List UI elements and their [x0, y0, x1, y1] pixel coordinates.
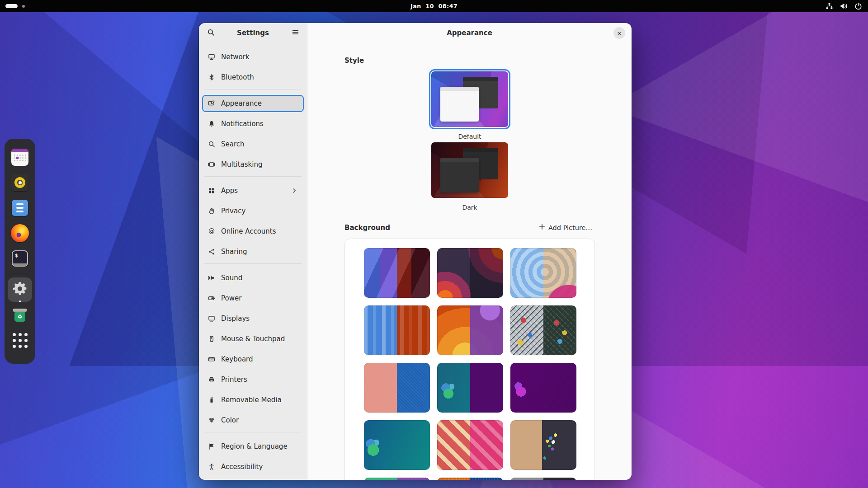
mouse-icon — [208, 335, 215, 343]
wallpaper-thumbnail-pixels-teal[interactable] — [364, 420, 430, 470]
network-wired-icon — [826, 2, 833, 10]
sidebar-item-label: Displays — [221, 314, 298, 323]
dock-item-app-grid[interactable] — [13, 328, 28, 353]
system-status-area[interactable] — [826, 0, 862, 12]
sidebar-item-sharing[interactable]: Sharing — [202, 243, 304, 260]
dock-item-calendar[interactable] — [11, 145, 28, 170]
accessibility-icon — [208, 463, 215, 470]
wallpaper-thumbnail-adwaita-light-dark[interactable] — [364, 248, 430, 298]
sidebar-item-label: Mouse & Touchpad — [221, 335, 298, 343]
sidebar-item-appearance[interactable]: Appearance — [202, 95, 304, 112]
sidebar-item-online-accounts[interactable]: @Online Accounts — [202, 223, 304, 240]
wallpaper-thumbnail-truchet-orange-blue[interactable] — [437, 478, 503, 480]
clock[interactable]: Jan 10 08:47 — [0, 3, 868, 9]
wallpaper-thumbnail-blend-light-dark[interactable] — [437, 305, 503, 355]
dock-item-settings[interactable] — [8, 277, 32, 302]
sidebar-item-power[interactable]: Power — [202, 290, 304, 307]
sidebar-separator — [204, 176, 302, 177]
sidebar-item-accessibility[interactable]: Accessibility — [202, 458, 304, 475]
search-button[interactable] — [204, 27, 217, 39]
wallpaper-thumbnail-map-cork-dark[interactable] — [510, 420, 576, 470]
wallpaper-thumbnail-flat-green-purple[interactable] — [364, 478, 430, 480]
background-section-header: Background Add Picture… — [344, 222, 595, 233]
wallpaper-thumbnail-keypad-pink[interactable] — [437, 420, 503, 470]
style-tile-default-selected[interactable] — [429, 69, 510, 129]
settings-window: Settings NetworkBluetoothAppearanceNotif… — [199, 23, 632, 480]
appearance-panel: Appearance × Style DefaultDark Backgroun… — [307, 23, 632, 480]
wallpaper-thumbnail-fold-drips[interactable] — [364, 305, 430, 355]
sidebar-separator — [204, 263, 302, 264]
sidebar-item-label: Region & Language — [221, 442, 298, 450]
sidebar-item-label: Power — [221, 294, 298, 302]
search-icon — [207, 28, 215, 38]
sidebar-item-label: Privacy — [221, 207, 298, 215]
calendar-icon — [11, 149, 28, 166]
wallpaper-thumbnail-swirl-light-dark[interactable] — [510, 248, 576, 298]
appearance-icon — [208, 100, 215, 107]
close-button[interactable]: × — [613, 27, 625, 39]
printers-icon — [208, 376, 215, 383]
sidebar-item-notifications[interactable]: Notifications — [202, 115, 304, 132]
sidebar-item-multitasking[interactable]: Multitasking — [202, 156, 304, 173]
mini-window-front — [440, 158, 479, 192]
wallpaper-thumbnail-shapes-purple[interactable] — [510, 363, 576, 413]
sidebar-item-label: Search — [221, 140, 298, 148]
sidebar-item-region-language[interactable]: Region & Language — [202, 438, 304, 455]
menu-button[interactable] — [289, 27, 302, 39]
sidebar-item-displays[interactable]: Displays — [202, 310, 304, 327]
sidebar-item-label: Removable Media — [221, 396, 298, 404]
chevron-right-icon — [291, 187, 298, 194]
style-section-label: Style — [344, 56, 595, 65]
dock-separator — [11, 274, 29, 274]
dock-item-terminal[interactable]: $ — [12, 246, 28, 271]
sidebar-item-label: Multitasking — [221, 160, 298, 169]
sidebar-item-mouse-touchpad[interactable]: Mouse & Touchpad — [202, 330, 304, 347]
plus-icon — [539, 224, 545, 231]
sidebar-item-sound[interactable]: Sound — [202, 269, 304, 286]
sidebar-item-printers[interactable]: Printers — [202, 371, 304, 388]
wallpaper-thumbnail-pixels-light-dark[interactable] — [437, 363, 503, 413]
sharing-icon — [208, 248, 215, 255]
panel-content: Style DefaultDark Background Add Picture… — [307, 43, 632, 480]
sidebar-item-label: Network — [221, 53, 298, 61]
sound-icon — [208, 274, 215, 282]
dock: $♻ — [5, 139, 35, 364]
apps-icon — [208, 187, 215, 194]
sidebar-item-label: Apps — [221, 187, 285, 195]
wallpaper-thumbnail-keys-light-dark[interactable] — [510, 305, 576, 355]
dock-item-firefox[interactable] — [11, 221, 29, 246]
panel-title: Appearance — [447, 29, 492, 37]
wallpaper-thumbnail-drool-light-dark[interactable] — [437, 248, 503, 298]
network-icon — [208, 53, 215, 61]
removable-media-icon — [208, 396, 215, 404]
sidebar-item-label: Printers — [221, 375, 298, 384]
menu-icon — [292, 28, 299, 38]
sidebar-item-label: Bluetooth — [221, 73, 298, 81]
sidebar-item-privacy[interactable]: Privacy — [202, 202, 304, 220]
sidebar-item-apps[interactable]: Apps — [202, 182, 304, 199]
dock-item-speaker[interactable] — [11, 170, 28, 195]
volume-icon — [840, 2, 848, 10]
sidebar-item-color[interactable]: Color — [202, 412, 304, 429]
add-picture-button[interactable]: Add Picture… — [536, 222, 595, 233]
bluetooth-icon — [208, 74, 215, 81]
running-indicator-dot — [19, 300, 21, 302]
sidebar-item-network[interactable]: Network — [202, 48, 304, 66]
sidebar-list: NetworkBluetoothAppearanceNotificationsS… — [199, 43, 307, 480]
sidebar-item-search[interactable]: Search — [202, 136, 304, 153]
sidebar-item-bluetooth[interactable]: Bluetooth — [202, 69, 304, 86]
sidebar-item-label: Accessibility — [221, 463, 298, 471]
settings-sidebar: Settings NetworkBluetoothAppearanceNotif… — [199, 23, 307, 480]
app-grid-icon — [13, 333, 28, 348]
wallpaper-thumbnail-flat-gray-dark[interactable] — [510, 478, 576, 480]
color-icon — [208, 417, 215, 424]
sidebar-separator — [204, 89, 302, 89]
sidebar-item-label: Sound — [221, 274, 298, 282]
wallpaper-thumbnail-flat-salmon-blue[interactable] — [364, 363, 430, 413]
style-tile-dark[interactable] — [429, 140, 510, 200]
dock-item-files[interactable] — [12, 195, 28, 221]
wallpaper-grid — [364, 248, 576, 480]
sidebar-item-keyboard[interactable]: Keyboard — [202, 351, 304, 368]
sidebar-item-removable-media[interactable]: Removable Media — [202, 391, 304, 408]
dock-item-trash[interactable]: ♻ — [13, 302, 27, 328]
